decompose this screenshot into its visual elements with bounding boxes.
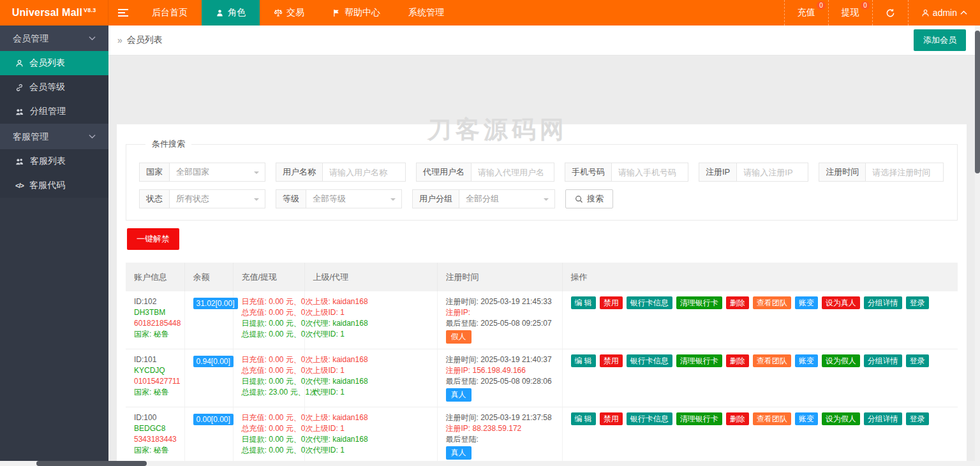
horizontal-scrollbar-thumb[interactable]	[36, 461, 147, 466]
cell-register: 注册时间: 2025-03-19 21:45:33注册IP:最后登陆: 2025…	[437, 291, 562, 349]
unban-all-button[interactable]: 一键解禁	[127, 228, 179, 250]
select-value: 全部等级	[313, 193, 346, 205]
sidebar: 会员管理 会员列表 会员等级 分组管理 客服管理 客服列表 </> 客服代码	[0, 25, 108, 461]
op-edit-button[interactable]: 编 辑	[571, 296, 596, 309]
nav-label: 角色	[228, 7, 246, 18]
nav-item-system[interactable]: 系统管理	[394, 0, 458, 25]
field-label: 用户分组	[412, 189, 459, 208]
user-icon	[15, 59, 24, 68]
recharge-nav-button[interactable]: 充值 0	[784, 0, 828, 25]
username-input[interactable]	[323, 163, 406, 182]
cell-recharge: 日充值: 0.00 元、0次总充值: 0.00 元、0次日提款: 0.00 元、…	[233, 407, 304, 465]
cell-register: 注册时间: 2025-03-19 21:40:37注册IP: 156.198.4…	[437, 349, 562, 407]
op-clean-bank-button[interactable]: 清理银行卡	[676, 354, 722, 367]
users-icon	[15, 157, 24, 166]
phone-field: 手机号码	[565, 163, 688, 182]
nav-label: 系统管理	[408, 7, 444, 18]
refresh-icon[interactable]	[872, 0, 908, 25]
add-member-button[interactable]: 添加会员	[914, 29, 966, 51]
sidebar-item-label: 客服代码	[29, 180, 65, 191]
sidebar-group-service-management[interactable]: 客服管理	[0, 124, 108, 149]
level-select[interactable]: 全部等级	[306, 189, 402, 208]
op-account-change-button[interactable]: 账变	[795, 296, 818, 309]
op-login-button[interactable]: 登录	[906, 296, 929, 309]
sidebar-item-group-management[interactable]: 分组管理	[0, 99, 108, 124]
op-delete-button[interactable]: 删除	[726, 296, 749, 309]
row-line: KYCDJQ	[134, 365, 176, 376]
cell-agent: 上级: kaidan168上级ID: 1代理: kaidan168代理ID: 1	[304, 291, 437, 349]
search-button[interactable]: 搜索	[565, 189, 613, 208]
vertical-scrollbar-thumb[interactable]	[975, 31, 980, 173]
op-set-fake-button[interactable]: 设为假人	[822, 412, 860, 425]
breadcrumb-bar: » 会员列表 添加会员	[108, 25, 975, 55]
row-line: ID:100	[134, 412, 176, 423]
vertical-scrollbar[interactable]	[975, 25, 980, 461]
nav-item-trade[interactable]: 交易	[260, 0, 318, 25]
sidebar-group-member-management[interactable]: 会员管理	[0, 25, 108, 51]
sidebar-item-member-level[interactable]: 会员等级	[0, 75, 108, 99]
op-edit-button[interactable]: 编 辑	[571, 354, 596, 367]
op-disable-button[interactable]: 禁用	[600, 354, 623, 367]
row-line: DH3TBM	[134, 307, 176, 318]
nav-item-help-center[interactable]: 帮助中心	[318, 0, 394, 25]
withdraw-nav-button[interactable]: 提现 0	[828, 0, 872, 25]
op-clean-bank-button[interactable]: 清理银行卡	[676, 296, 722, 309]
op-login-button[interactable]: 登录	[906, 412, 929, 425]
user-group-field: 用户分组 全部分组	[412, 189, 555, 208]
user-menu[interactable]: admin	[908, 0, 980, 25]
nav-label: 帮助中心	[345, 7, 380, 18]
op-delete-button[interactable]: 删除	[726, 354, 749, 367]
sidebar-item-label: 会员等级	[29, 82, 65, 93]
user-icon	[216, 9, 224, 17]
register-ip-input[interactable]	[737, 163, 808, 182]
op-account-change-button[interactable]: 账变	[795, 412, 818, 425]
header-account: 账户信息	[126, 263, 184, 291]
op-group-detail-button[interactable]: 分组详情	[864, 296, 902, 309]
nav-item-dashboard[interactable]: 后台首页	[138, 0, 202, 25]
phone-input[interactable]	[612, 163, 688, 182]
search-fieldset: 条件搜索 国家 全部国家 用户名称 代理用户名 手机号码	[126, 138, 958, 221]
field-label: 等级	[276, 189, 306, 208]
status-select[interactable]: 所有状态	[170, 189, 265, 208]
breadcrumb: » 会员列表	[117, 34, 163, 46]
op-delete-button[interactable]: 删除	[726, 412, 749, 425]
sidebar-item-service-list[interactable]: 客服列表	[0, 149, 108, 173]
op-bank-info-button[interactable]: 银行卡信息	[627, 354, 672, 367]
sidebar-item-label: 分组管理	[30, 106, 66, 117]
row-line: 日充值: 0.00 元、0次	[242, 412, 296, 423]
nav-item-roles[interactable]: 角色	[202, 0, 260, 25]
op-disable-button[interactable]: 禁用	[600, 412, 623, 425]
op-group-detail-button[interactable]: 分组详情	[864, 412, 902, 425]
op-edit-button[interactable]: 编 辑	[571, 412, 596, 425]
op-bank-info-button[interactable]: 银行卡信息	[627, 296, 672, 309]
op-account-change-button[interactable]: 账变	[795, 354, 818, 367]
register-time-input[interactable]	[866, 163, 944, 182]
op-view-team-button[interactable]: 查看团队	[753, 412, 791, 425]
country-select[interactable]: 全部国家	[170, 163, 265, 182]
horizontal-scrollbar[interactable]	[0, 461, 980, 466]
op-view-team-button[interactable]: 查看团队	[753, 296, 791, 309]
op-clean-bank-button[interactable]: 清理银行卡	[676, 412, 722, 425]
op-login-button[interactable]: 登录	[906, 354, 929, 367]
user-group-select[interactable]: 全部分组	[459, 189, 555, 208]
sidebar-item-member-list[interactable]: 会员列表	[0, 51, 108, 75]
caret-down-icon	[390, 198, 396, 203]
balance-badge: 31.02[0.00]	[193, 298, 238, 309]
op-bank-info-button[interactable]: 银行卡信息	[627, 412, 672, 425]
op-set-real-button[interactable]: 设为真人	[822, 296, 860, 309]
row-line: 注册时间: 2025-03-19 21:40:37	[446, 354, 554, 365]
agent-username-input[interactable]	[471, 163, 554, 182]
op-set-fake-button[interactable]: 设为假人	[822, 354, 860, 367]
chevron-down-icon	[89, 134, 96, 139]
row-line: 注册时间: 2025-03-19 21:37:58	[446, 412, 554, 423]
person-type-badge: 真人	[446, 446, 471, 460]
sidebar-item-service-code[interactable]: </> 客服代码	[0, 173, 108, 198]
caret-down-icon	[254, 198, 259, 203]
op-view-team-button[interactable]: 查看团队	[753, 354, 791, 367]
search-row-2: 状态 所有状态 等级 全部等级 用户分组 全部分组 搜索	[139, 189, 944, 208]
sidebar-toggle-icon[interactable]	[108, 0, 138, 25]
header-register-time: 注册时间	[437, 263, 562, 291]
op-group-detail-button[interactable]: 分组详情	[864, 354, 902, 367]
op-disable-button[interactable]: 禁用	[600, 296, 623, 309]
ops-group: 编 辑禁用银行卡信息清理银行卡删除查看团队账变设为假人分组详情登录	[571, 354, 950, 367]
